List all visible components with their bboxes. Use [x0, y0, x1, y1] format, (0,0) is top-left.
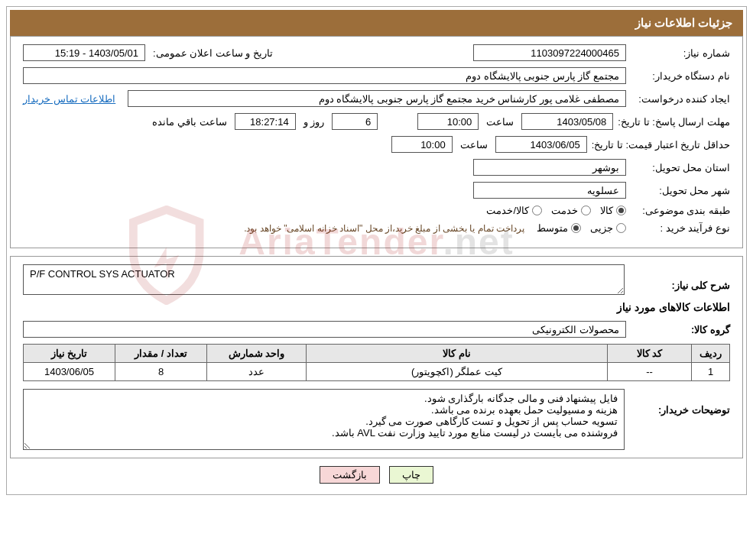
deadline-date-field: 1403/05/08 [521, 113, 613, 130]
deadline-time-field: 10:00 [417, 113, 479, 130]
countdown-field: 18:27:14 [235, 113, 296, 130]
back-button[interactable]: بازگشت [320, 466, 380, 484]
print-button[interactable]: چاپ [389, 466, 433, 484]
validity-label: حداقل تاریخ اعتبار قیمت: تا تاریخ: [592, 139, 730, 151]
radio-medium-label: متوسط [537, 222, 568, 234]
process-note: پرداخت تمام یا بخشی از مبلغ خرید،از محل … [244, 223, 524, 234]
buyer-notes-field[interactable]: فایل پیشنهاد فنی و مالی جدگانه بارگذاری … [23, 389, 625, 450]
radio-partial[interactable] [616, 223, 626, 233]
radio-service[interactable] [581, 206, 591, 215]
announce-label: تاریخ و ساعت اعلان عمومی: [150, 47, 276, 59]
radio-goods-service[interactable] [532, 206, 542, 215]
city-field: عسلویه [473, 182, 626, 199]
days-and-label: روز و [300, 116, 328, 128]
process-radio-group: جزیی متوسط [537, 222, 626, 234]
th-idx: ردیف [692, 345, 730, 363]
info-section: شماره نیاز: 1103097224000465 تاریخ و ساع… [10, 36, 743, 248]
province-field: بوشهر [473, 159, 626, 176]
cell-code: -- [608, 363, 692, 381]
announce-field: 1403/05/01 - 15:19 [23, 44, 145, 61]
items-table: ردیف کد کالا نام کالا واحد شمارش تعداد /… [23, 344, 730, 381]
cell-qty: 8 [115, 363, 207, 381]
province-label: استان محل تحویل: [631, 162, 730, 173]
validity-time-field: 10:00 [391, 136, 453, 153]
buyer-org-field: مجتمع گاز پارس جنوبی پالایشگاه دوم [23, 67, 626, 84]
items-title: اطلاعات كالاهای مورد نیاز [23, 301, 730, 313]
category-radio-group: کالا خدمت کالا/خدمت [486, 205, 626, 216]
cell-date: 1403/06/05 [24, 363, 115, 381]
deadline-label: مهلت ارسال پاسخ: تا تاریخ: [618, 116, 730, 128]
page-title: جزئیات اطلاعات نیاز [635, 16, 732, 29]
days-field: 6 [332, 113, 378, 130]
deadline-time-label: ساعت [483, 116, 517, 128]
buyer-notes-label: توضیحات خریدار: [631, 389, 730, 416]
validity-date-field: 1403/06/05 [495, 136, 587, 153]
note-line: تسویه حساب پس از تحویل و تست کارگاهی صور… [30, 416, 618, 427]
radio-partial-label: جزیی [590, 222, 613, 234]
category-label: طبقه بندی موضوعی: [631, 205, 730, 216]
note-line: هزینه و مسیولیت حمل بعهده برنده می باشد. [30, 404, 618, 416]
radio-service-label: خدمت [551, 205, 578, 216]
radio-medium[interactable] [571, 223, 581, 233]
overall-desc-label: شرح کلی نیاز: [631, 264, 730, 291]
requester-label: ایجاد کننده درخواست: [631, 93, 730, 105]
th-date: تاریخ نیاز [24, 345, 115, 363]
cell-idx: 1 [692, 363, 730, 381]
th-unit: واحد شمارش [207, 345, 307, 363]
remaining-label: ساعت باقي مانده [149, 116, 229, 128]
cell-unit: عدد [207, 363, 307, 381]
city-label: شهر محل تحویل: [631, 185, 730, 196]
group-label: گروه کالا: [631, 324, 730, 335]
desc-section: شرح کلی نیاز: P/F CONTROL SYS ACTUATOR ا… [10, 256, 743, 458]
table-row: 1--کیت عملگر (اکچویتور)عدد81403/06/05 [24, 363, 730, 381]
cell-name: کیت عملگر (اکچویتور) [307, 363, 608, 381]
radio-goods-service-label: کالا/خدمت [486, 205, 529, 216]
requester-field: مصطفی غلامی پور کارشناس خرید مجتمع گاز پ… [128, 90, 626, 107]
group-field: محصولات الکترونیکی [23, 321, 626, 338]
validity-time-label: ساعت [457, 139, 491, 151]
page-header: جزئیات اطلاعات نیاز [10, 10, 743, 36]
buyer-org-label: نام دستگاه خریدار: [631, 70, 730, 82]
overall-desc-field[interactable]: P/F CONTROL SYS ACTUATOR [23, 264, 625, 295]
note-line: فروشنده می بایست در لیست منابع مورد تایی… [30, 427, 618, 439]
radio-goods[interactable] [616, 206, 626, 215]
note-line: فایل پیشنهاد فنی و مالی جدگانه بارگذاری … [30, 393, 618, 404]
th-qty: تعداد / مقدار [115, 345, 207, 363]
contact-link[interactable]: اطلاعات تماس خریدار [23, 93, 115, 105]
need-number-label: شماره نیاز: [631, 47, 730, 59]
need-number-field: 1103097224000465 [473, 44, 626, 61]
th-code: کد کالا [608, 345, 692, 363]
radio-goods-label: کالا [600, 205, 613, 216]
process-label: نوع فرآیند خرید : [631, 222, 730, 234]
th-name: نام کالا [307, 345, 608, 363]
